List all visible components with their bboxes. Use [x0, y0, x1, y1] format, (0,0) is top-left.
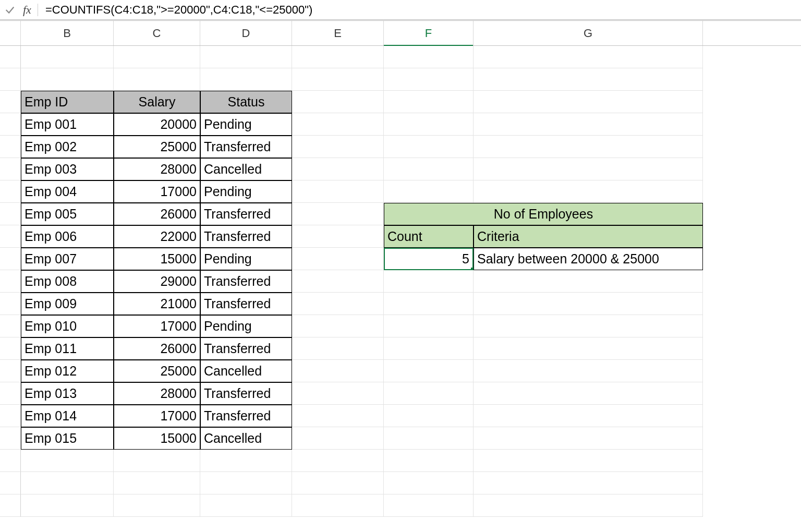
cell[interactable]	[384, 293, 474, 315]
table-row[interactable]: Transferred	[200, 225, 292, 248]
table-row[interactable]: Pending	[200, 315, 292, 337]
cell[interactable]	[292, 270, 384, 293]
cell[interactable]	[114, 450, 200, 472]
cell[interactable]	[384, 427, 474, 450]
table-row[interactable]: Transferred	[200, 293, 292, 315]
cell[interactable]	[474, 382, 703, 405]
cell[interactable]	[200, 494, 292, 517]
header-salary[interactable]: Salary	[114, 91, 200, 113]
table-row[interactable]: 21000	[114, 293, 200, 315]
cell[interactable]	[21, 68, 114, 91]
table-row[interactable]: Emp 014	[21, 405, 114, 427]
table-row[interactable]: Cancelled	[200, 360, 292, 382]
cell[interactable]	[384, 136, 474, 158]
summary-criteria-label[interactable]: Criteria	[474, 225, 703, 248]
table-row[interactable]: Transferred	[200, 337, 292, 360]
table-row[interactable]: Transferred	[200, 203, 292, 225]
table-row[interactable]: Emp 008	[21, 270, 114, 293]
col-header-d[interactable]: D	[200, 21, 292, 45]
select-all-corner[interactable]	[0, 21, 21, 45]
summary-count-value[interactable]: 5	[384, 248, 474, 270]
cell[interactable]	[114, 46, 200, 68]
cell[interactable]	[384, 337, 474, 360]
table-row[interactable]: Emp 006	[21, 225, 114, 248]
cell[interactable]	[384, 91, 474, 113]
cell[interactable]	[292, 136, 384, 158]
cell[interactable]	[474, 46, 703, 68]
cell[interactable]	[292, 427, 384, 450]
table-row[interactable]: Transferred	[200, 136, 292, 158]
cell[interactable]	[474, 450, 703, 472]
table-row[interactable]: 25000	[114, 360, 200, 382]
cell[interactable]	[474, 315, 703, 337]
cell[interactable]	[21, 450, 114, 472]
table-row[interactable]: Emp 013	[21, 382, 114, 405]
table-row[interactable]: Cancelled	[200, 158, 292, 180]
col-header-f[interactable]: F	[384, 21, 474, 45]
cell[interactable]	[292, 46, 384, 68]
cell[interactable]	[21, 494, 114, 517]
cell[interactable]	[292, 337, 384, 360]
cell[interactable]	[474, 360, 703, 382]
cell[interactable]	[384, 382, 474, 405]
table-row[interactable]: Pending	[200, 113, 292, 136]
table-row[interactable]: Emp 001	[21, 113, 114, 136]
table-row[interactable]: Emp 015	[21, 427, 114, 450]
table-row[interactable]: Transferred	[200, 405, 292, 427]
cell[interactable]	[474, 293, 703, 315]
cell[interactable]	[292, 405, 384, 427]
summary-criteria-value[interactable]: Salary between 20000 & 25000	[474, 248, 703, 270]
cell[interactable]	[474, 427, 703, 450]
cell[interactable]	[474, 472, 703, 494]
cell[interactable]	[474, 180, 703, 203]
cell[interactable]	[292, 158, 384, 180]
cell[interactable]	[474, 405, 703, 427]
cell[interactable]	[200, 46, 292, 68]
table-row[interactable]: 17000	[114, 315, 200, 337]
col-header-e[interactable]: E	[292, 21, 384, 45]
table-row[interactable]: Emp 010	[21, 315, 114, 337]
table-row[interactable]: Transferred	[200, 382, 292, 405]
cell[interactable]	[200, 450, 292, 472]
table-row[interactable]: Emp 007	[21, 248, 114, 270]
col-header-b[interactable]: B	[21, 21, 114, 45]
cell[interactable]	[292, 315, 384, 337]
cell[interactable]	[114, 494, 200, 517]
cell[interactable]	[384, 315, 474, 337]
cell[interactable]	[474, 68, 703, 91]
table-row[interactable]: 17000	[114, 180, 200, 203]
cell[interactable]	[384, 494, 474, 517]
cell[interactable]	[292, 180, 384, 203]
cell[interactable]	[384, 450, 474, 472]
cell[interactable]	[384, 46, 474, 68]
table-row[interactable]: Emp 004	[21, 180, 114, 203]
table-row[interactable]: 17000	[114, 405, 200, 427]
cell[interactable]	[384, 113, 474, 136]
cell[interactable]	[292, 113, 384, 136]
header-empid[interactable]: Emp ID	[21, 91, 114, 113]
cell[interactable]	[474, 270, 703, 293]
table-row[interactable]: Emp 009	[21, 293, 114, 315]
table-row[interactable]: Pending	[200, 180, 292, 203]
cell[interactable]	[292, 450, 384, 472]
table-row[interactable]: 15000	[114, 427, 200, 450]
cell[interactable]	[292, 293, 384, 315]
cell[interactable]	[114, 472, 200, 494]
cell[interactable]	[384, 68, 474, 91]
table-row[interactable]: 29000	[114, 270, 200, 293]
cell[interactable]	[474, 136, 703, 158]
cell[interactable]	[21, 46, 114, 68]
confirm-check-icon[interactable]	[4, 4, 16, 16]
cell[interactable]	[292, 472, 384, 494]
cell[interactable]	[384, 360, 474, 382]
cell[interactable]	[384, 405, 474, 427]
table-row[interactable]: Emp 003	[21, 158, 114, 180]
fx-label[interactable]: fx	[23, 3, 31, 17]
table-row[interactable]: 25000	[114, 136, 200, 158]
cell[interactable]	[474, 113, 703, 136]
table-row[interactable]: Pending	[200, 248, 292, 270]
summary-count-label[interactable]: Count	[384, 225, 474, 248]
table-row[interactable]: Emp 005	[21, 203, 114, 225]
cell[interactable]	[384, 270, 474, 293]
cell[interactable]	[384, 472, 474, 494]
